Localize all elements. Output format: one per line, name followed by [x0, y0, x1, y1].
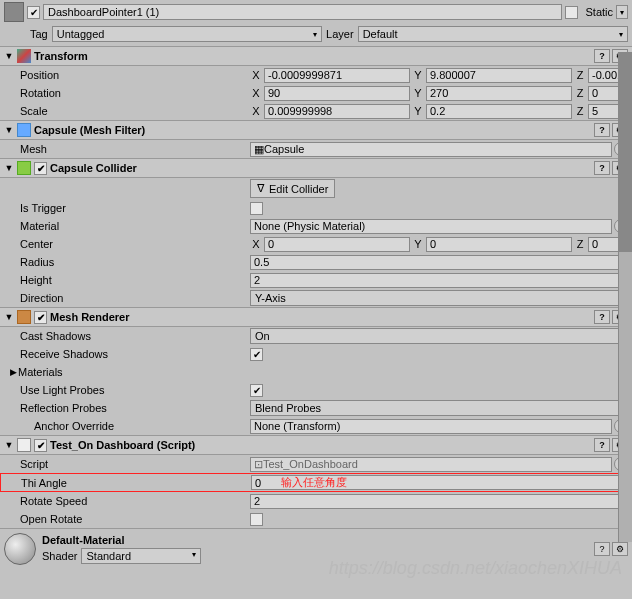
collider-enable-checkbox[interactable]	[34, 162, 47, 175]
static-label: Static	[585, 6, 613, 18]
gameobject-icon	[4, 2, 24, 22]
renderer-enable-checkbox[interactable]	[34, 311, 47, 324]
tag-label: Tag	[30, 28, 48, 40]
static-checkbox[interactable]	[565, 6, 578, 19]
foldout-icon[interactable]: ▼	[4, 312, 14, 322]
script-enable-checkbox[interactable]	[34, 439, 47, 452]
light-probes-checkbox[interactable]	[250, 384, 263, 397]
collider-icon	[17, 161, 31, 175]
is-trigger-label: Is Trigger	[20, 202, 250, 214]
scale-x[interactable]	[264, 104, 410, 119]
scale-y[interactable]	[426, 104, 572, 119]
collider-title: Capsule Collider	[50, 162, 137, 174]
help-icon[interactable]: ?	[594, 49, 610, 63]
materials-foldout-icon[interactable]: ▶	[8, 367, 18, 377]
help-icon[interactable]: ?	[594, 438, 610, 452]
open-rotate-checkbox[interactable]	[250, 513, 263, 526]
layer-dropdown[interactable]: Default	[358, 26, 628, 42]
phys-material-field[interactable]: None (Physic Material)	[250, 219, 612, 234]
rotation-x[interactable]	[264, 86, 410, 101]
center-label: Center	[20, 238, 250, 250]
y-label: Y	[412, 69, 424, 81]
radius-label: Radius	[20, 256, 250, 268]
script-label: Script	[20, 458, 250, 470]
help-icon[interactable]: ?	[594, 542, 610, 556]
rotate-speed-label: Rotate Speed	[20, 495, 250, 507]
shader-dropdown[interactable]: Standard	[81, 548, 201, 564]
mesh-label: Mesh	[20, 143, 250, 155]
height-label: Height	[20, 274, 250, 286]
center-x[interactable]	[264, 237, 410, 252]
light-probes-label: Use Light Probes	[20, 384, 250, 396]
mesh-field[interactable]: ▦ Capsule	[250, 142, 612, 157]
transform-title: Transform	[34, 50, 88, 62]
rotation-label: Rotation	[20, 87, 250, 99]
cast-shadows-label: Cast Shadows	[20, 330, 250, 342]
receive-shadows-checkbox[interactable]	[250, 348, 263, 361]
script-header[interactable]: ▼ Test_On Dashboard (Script) ?⚙	[0, 435, 632, 455]
active-checkbox[interactable]	[27, 6, 40, 19]
renderer-icon	[17, 310, 31, 324]
foldout-icon[interactable]: ▼	[4, 163, 14, 173]
help-icon[interactable]: ?	[594, 310, 610, 324]
receive-shadows-label: Receive Shadows	[20, 348, 250, 360]
position-x[interactable]	[264, 68, 410, 83]
x-label: X	[250, 69, 262, 81]
collider-header[interactable]: ▼ Capsule Collider ?⚙	[0, 158, 632, 178]
scroll-thumb[interactable]	[619, 52, 632, 252]
rotate-speed-field[interactable]	[250, 494, 628, 509]
transform-header[interactable]: ▼ Transform ?⚙	[0, 46, 632, 66]
transform-icon	[17, 49, 31, 63]
position-label: Position	[20, 69, 250, 81]
phys-material-label: Material	[20, 220, 250, 232]
is-trigger-checkbox[interactable]	[250, 202, 263, 215]
cast-shadows-dropdown[interactable]: On	[250, 328, 628, 344]
anchor-override-field[interactable]: None (Transform)	[250, 419, 612, 434]
help-icon[interactable]: ?	[594, 123, 610, 137]
static-dropdown-icon[interactable]: ▾	[616, 5, 628, 19]
position-y[interactable]	[426, 68, 572, 83]
height-field[interactable]	[250, 273, 628, 288]
reflection-probes-label: Reflection Probes	[20, 402, 250, 414]
help-icon[interactable]: ?	[594, 161, 610, 175]
direction-dropdown[interactable]: Y-Axis	[250, 290, 628, 306]
thi-angle-label: Thi Angle	[21, 477, 251, 489]
material-preview-icon	[4, 533, 36, 565]
center-y[interactable]	[426, 237, 572, 252]
edit-collider-button[interactable]: ᐁEdit Collider	[250, 179, 335, 198]
renderer-title: Mesh Renderer	[50, 311, 129, 323]
layer-label: Layer	[326, 28, 354, 40]
script-icon	[17, 438, 31, 452]
mesh-filter-title: Capsule (Mesh Filter)	[34, 124, 145, 136]
shader-label: Shader	[42, 550, 77, 562]
rotation-y[interactable]	[426, 86, 572, 101]
open-rotate-label: Open Rotate	[20, 513, 250, 525]
material-section[interactable]: Default-Material Shader Standard ?⚙	[0, 528, 632, 569]
materials-label: Materials	[18, 366, 63, 378]
edit-collider-icon: ᐁ	[257, 182, 265, 195]
mesh-filter-icon	[17, 123, 31, 137]
scale-label: Scale	[20, 105, 250, 117]
mesh-filter-header[interactable]: ▼ Capsule (Mesh Filter) ?⚙	[0, 120, 632, 140]
material-name: Default-Material	[42, 534, 588, 546]
annotation-text: 输入任意角度	[281, 475, 347, 490]
tag-dropdown[interactable]: Untagged	[52, 26, 322, 42]
name-field[interactable]	[43, 4, 562, 20]
z-label: Z	[574, 69, 586, 81]
scrollbar[interactable]	[618, 52, 632, 542]
gear-icon[interactable]: ⚙	[612, 542, 628, 556]
foldout-icon[interactable]: ▼	[4, 51, 14, 61]
direction-label: Direction	[20, 292, 250, 304]
foldout-icon[interactable]: ▼	[4, 125, 14, 135]
foldout-icon[interactable]: ▼	[4, 440, 14, 450]
anchor-override-label: Anchor Override	[34, 420, 250, 432]
renderer-header[interactable]: ▼ Mesh Renderer ?⚙	[0, 307, 632, 327]
radius-field[interactable]	[250, 255, 628, 270]
script-title: Test_On Dashboard (Script)	[50, 439, 195, 451]
reflection-probes-dropdown[interactable]: Blend Probes	[250, 400, 628, 416]
script-field[interactable]: ⊡ Test_OnDashboard	[250, 457, 612, 472]
